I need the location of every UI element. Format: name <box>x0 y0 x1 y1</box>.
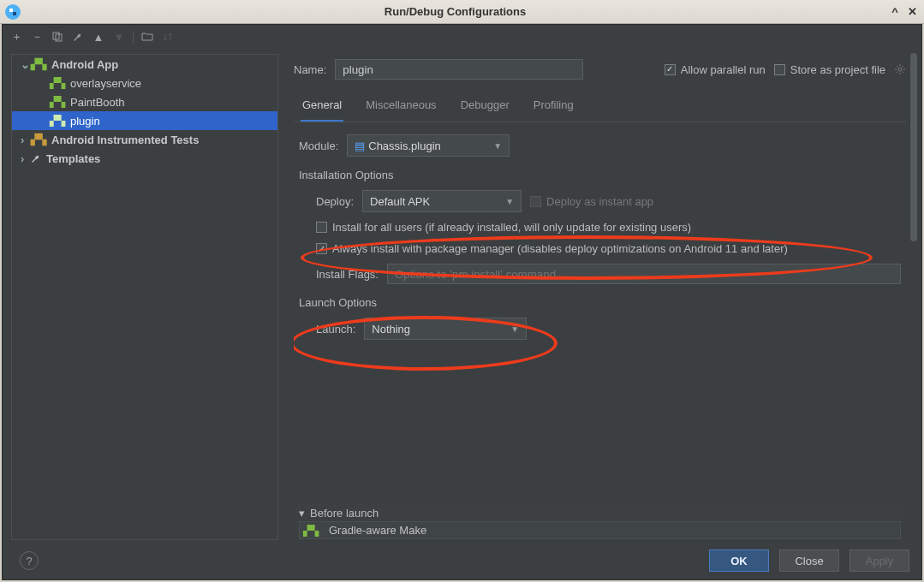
allow-parallel-checkbox[interactable]: Allow parallel run <box>665 63 766 76</box>
install-all-users-checkbox[interactable]: Install for all users (if already instal… <box>316 221 691 234</box>
module-combo[interactable]: ▤Chassis.plugin ▼ <box>347 134 510 157</box>
move-down-icon[interactable]: ▼ <box>112 30 126 44</box>
dialog-footer: ? OK Close Apply <box>3 542 921 579</box>
before-launch-title: Before launch <box>310 507 379 520</box>
chevron-down-icon: ▾ <box>299 507 305 520</box>
tab-profiling[interactable]: Profiling <box>532 92 575 122</box>
scrollbar[interactable] <box>909 53 918 540</box>
window-titlebar: Run/Debug Configurations ^ ✕ <box>0 0 924 24</box>
tab-debugger[interactable]: Debugger <box>459 92 511 122</box>
deploy-combo[interactable]: Default APK ▼ <box>362 190 522 212</box>
wrench-icon[interactable] <box>71 30 85 44</box>
checkbox-checked-icon <box>665 64 676 75</box>
tree-item-label: plugin <box>70 115 100 128</box>
before-launch-item-label: Gradle-aware Make <box>329 524 426 537</box>
deploy-instant-label: Deploy as instant app <box>546 195 653 208</box>
module-label: Module: <box>299 140 338 152</box>
deploy-label: Deploy: <box>316 195 354 208</box>
tree-group-android-app[interactable]: ⌄ ▞▚ Android App <box>12 55 277 74</box>
deploy-value: Default APK <box>370 195 430 208</box>
checkbox-icon <box>316 222 327 233</box>
copy-icon[interactable] <box>51 30 64 44</box>
gear-icon[interactable] <box>894 63 906 75</box>
checkbox-checked-icon <box>316 243 327 254</box>
launch-options: Launch Options Launch: Nothing ▼ <box>299 296 901 340</box>
chevron-down-icon: ⌄ <box>21 58 31 71</box>
tree-item-paintbooth[interactable]: ▞▚ PaintBooth <box>12 92 277 111</box>
tree-toolbar: ＋ － ▲ ▼ <box>3 25 921 49</box>
close-button[interactable]: Close <box>779 549 839 572</box>
svg-rect-0 <box>9 9 13 12</box>
close-window-icon[interactable]: ✕ <box>905 5 919 19</box>
tree-group-label: Android Instrumented Tests <box>51 134 199 146</box>
right-panel: General Miscellaneous Debugger Profiling… <box>294 92 906 540</box>
chevron-right-icon: › <box>21 152 31 165</box>
install-pkg-mgr-label: Always install with package manager (dis… <box>332 242 788 255</box>
android-icon: ▞▚ <box>50 115 65 127</box>
scrollbar-thumb[interactable] <box>910 53 917 241</box>
launch-label: Launch: <box>316 323 355 336</box>
remove-icon[interactable]: － <box>30 30 44 44</box>
name-input[interactable] <box>335 59 583 80</box>
chevron-down-icon: ▼ <box>510 324 519 334</box>
tree-item-plugin[interactable]: ▞▚ plugin <box>12 111 277 130</box>
ok-button[interactable]: OK <box>709 549 769 572</box>
launch-value: Nothing <box>372 323 410 336</box>
checkbox-icon <box>774 64 785 75</box>
install-flags-input[interactable] <box>387 264 901 284</box>
config-tree: ⌄ ▞▚ Android App ▞▚ overlayservice ▞▚ Pa… <box>11 54 278 540</box>
tree-group-label: Templates <box>46 152 100 165</box>
tabs: General Miscellaneous Debugger Profiling <box>294 92 906 122</box>
svg-rect-1 <box>13 12 16 15</box>
apply-button[interactable]: Apply <box>849 549 909 572</box>
move-up-icon[interactable]: ▲ <box>92 30 105 44</box>
tab-general[interactable]: General <box>301 92 343 122</box>
allow-parallel-label: Allow parallel run <box>681 63 766 76</box>
svg-point-4 <box>898 68 902 71</box>
tree-item-overlayservice[interactable]: ▞▚ overlayservice <box>12 74 277 92</box>
tree-item-label: overlayservice <box>70 77 141 90</box>
chevron-down-icon: ▼ <box>505 197 514 206</box>
android-icon: ▞▚ <box>50 96 65 108</box>
android-icon: ▞▚ <box>50 77 65 89</box>
store-project-label: Store as project file <box>790 63 885 76</box>
help-icon[interactable]: ? <box>20 551 39 570</box>
install-pkg-mgr-checkbox[interactable]: Always install with package manager (dis… <box>316 242 788 255</box>
chevron-down-icon: ▼ <box>493 141 502 151</box>
add-icon[interactable]: ＋ <box>9 30 23 44</box>
sort-icon[interactable] <box>161 30 175 44</box>
android-tests-icon: ▞▚ <box>31 134 46 146</box>
minimize-icon[interactable]: ^ <box>888 5 902 19</box>
dialog-body: ＋ － ▲ ▼ Name: Allow parallel run Store a… <box>2 24 922 580</box>
tree-group-instrumented[interactable]: › ▞▚ Android Instrumented Tests <box>12 130 277 149</box>
app-icon <box>5 4 21 20</box>
before-launch-header[interactable]: ▾ Before launch <box>299 505 901 521</box>
module-row: Module: ▤Chassis.plugin ▼ <box>299 134 901 157</box>
module-value: Chassis.plugin <box>368 140 441 152</box>
checkbox-icon <box>530 196 541 207</box>
window-title: Run/Debug Configurations <box>26 5 885 18</box>
chevron-right-icon: › <box>21 134 31 146</box>
deploy-instant-checkbox[interactable]: Deploy as instant app <box>530 195 653 208</box>
tree-group-templates[interactable]: › Templates <box>12 149 277 168</box>
installation-options: Installation Options Deploy: Default APK… <box>299 169 901 284</box>
separator <box>133 31 134 43</box>
section-title: Launch Options <box>299 296 901 309</box>
android-icon: ▞▚ <box>31 58 46 70</box>
section-title: Installation Options <box>299 169 901 181</box>
tree-group-label: Android App <box>51 58 118 71</box>
android-icon: ▞▚ <box>303 525 319 537</box>
install-flags-label: Install Flags: <box>316 268 379 281</box>
module-icon: ▤ <box>355 140 365 152</box>
wrench-icon <box>31 153 41 163</box>
tree-item-label: PaintBooth <box>70 96 125 109</box>
launch-combo[interactable]: Nothing ▼ <box>364 318 527 340</box>
name-label: Name: <box>294 63 326 76</box>
before-launch-section: ▾ Before launch ▞▚ Gradle-aware Make <box>294 502 906 540</box>
name-row: Name: Allow parallel run Store as projec… <box>294 57 906 81</box>
store-project-checkbox[interactable]: Store as project file <box>774 63 885 76</box>
before-launch-item[interactable]: ▞▚ Gradle-aware Make <box>299 521 901 539</box>
folder-icon[interactable] <box>140 30 154 44</box>
install-all-users-label: Install for all users (if already instal… <box>332 221 691 234</box>
tab-miscellaneous[interactable]: Miscellaneous <box>364 92 438 122</box>
